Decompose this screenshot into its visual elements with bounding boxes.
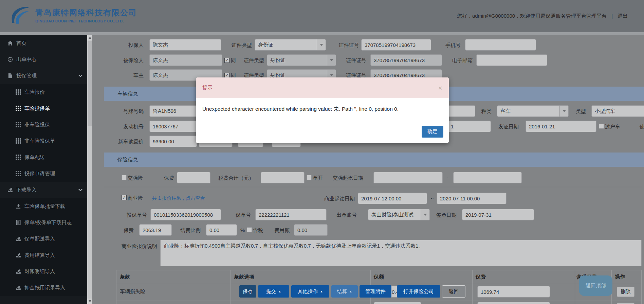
import-icon [16, 269, 21, 274]
kind-select[interactable]: 客车 [497, 105, 569, 117]
settle-button[interactable]: 结算▲ [331, 285, 358, 298]
save-button[interactable]: 保存 [239, 285, 256, 298]
sidebar-item-issue-center[interactable]: 出单中心 [0, 51, 87, 68]
transfer-checkbox[interactable] [599, 124, 604, 129]
insured-same-checkbox[interactable]: ✓ [224, 58, 229, 63]
quote-desc-textarea[interactable]: 商业险：标准折扣0.4900自主渠道系数0.7，自主核保优惠系数0.7，无赔款优… [160, 240, 642, 266]
sidebar-item-fee-settle-import[interactable]: 费用结算导入 [0, 247, 87, 263]
import-icon [16, 236, 21, 242]
holder-name-input[interactable]: 陈文杰 [149, 39, 221, 51]
sign-date-input[interactable]: 2019-07-31 [462, 209, 534, 220]
scroll-down-arrow[interactable] [87, 299, 92, 304]
open-insurer-button[interactable]: 打开保险公司 [397, 285, 440, 298]
import-icon [16, 252, 21, 258]
insured-idno-input[interactable]: 370785199704198673 [370, 54, 442, 66]
engine-input[interactable]: 160037767 [149, 121, 197, 132]
issue-date-input[interactable]: 2016-01-21 [526, 121, 596, 132]
type-select[interactable]: 小型汽车 [591, 105, 644, 117]
error-message: Unexpected character encountered while p… [202, 106, 399, 113]
tax-total-input[interactable] [261, 172, 305, 183]
sidebar-item-nonauto-insure[interactable]: 非车险投保 [0, 117, 87, 133]
submit-button[interactable]: 提交▲ [258, 285, 289, 298]
header-separator: | [611, 13, 613, 19]
logout-link[interactable]: 退出 [618, 13, 628, 19]
close-icon[interactable]: × [438, 84, 442, 91]
alert-modal: 提示 × Unexpected character encountered wh… [196, 77, 449, 143]
partial-input[interactable]: 1 [447, 121, 491, 132]
caret-up-icon: ▲ [349, 290, 352, 293]
commercial-checkbox[interactable]: ✓ [122, 195, 127, 200]
file-icon [7, 73, 13, 78]
sidebar-item-policy-management[interactable]: 投保管理 [0, 68, 87, 84]
confirm-button[interactable]: 确定 [422, 126, 443, 138]
insured-email-input[interactable] [476, 54, 547, 66]
app-no-input[interactable]: 001011503362019000508 [150, 209, 221, 220]
policy-no-input[interactable]: 22222221121 [255, 209, 327, 220]
manage-attachments-button[interactable]: 管理附件 [360, 285, 391, 298]
other-actions-button[interactable]: 其他操作▲ [291, 285, 329, 298]
sidebar-scrollbar[interactable] [87, 35, 92, 304]
settle-rate-input[interactable]: 0.00 [206, 224, 237, 236]
sidebar-item-download-import[interactable]: 下载导入 [0, 182, 87, 198]
insured-same-label: 同 [231, 57, 240, 64]
fee-amount-input[interactable]: 0.00 [294, 224, 328, 236]
percent-sign: % [240, 227, 246, 233]
tilde-separator: ~ [446, 175, 450, 181]
dropdown-arrow-icon [421, 209, 429, 220]
sidebar-item-auto-quote[interactable]: 车险报价 [0, 84, 87, 100]
clause-premium-input[interactable]: 1069.74 [477, 286, 550, 298]
commercial-period-label: 商业起讫日期 [320, 196, 355, 202]
scrollbar-thumb[interactable] [88, 41, 92, 126]
compulsory-period-end-input[interactable] [453, 172, 522, 183]
sidebar-item-nonauto-proposal[interactable]: 非车险投保单 [0, 133, 87, 149]
input-fragment [477, 302, 550, 304]
dropdown-arrow-icon [327, 55, 336, 66]
grid-icon [16, 106, 21, 111]
compulsory-period-label: 交强起讫日期 [333, 175, 365, 181]
tax-included-label: 含税 [253, 227, 265, 234]
issue-account-label: 出单账号 [334, 212, 357, 218]
dropdown-arrow-icon [559, 106, 568, 117]
sidebar-item-download-log[interactable]: 保单/投保单下载日志 [0, 214, 87, 231]
grid-icon [16, 155, 21, 160]
sidebar-item-policy-delivery[interactable]: 保单配送 [0, 149, 87, 165]
sidebar-item-deposit-import[interactable]: 押金抵用记录导入 [0, 280, 87, 296]
quote-result-link[interactable]: 共 1 报价结果，点击查看 [152, 195, 205, 201]
new-car-price-input[interactable]: 93900.00 [149, 136, 197, 147]
insured-idtype-select[interactable]: 身份证 [267, 54, 336, 66]
back-to-top-button[interactable]: 返回顶部 [579, 275, 612, 296]
scroll-up-arrow[interactable] [87, 35, 92, 40]
sidebar-item-batch-download[interactable]: 车险保单批量下载 [0, 198, 87, 214]
holder-idno-input[interactable]: 370785199704198673 [361, 39, 431, 51]
sidebar-item-application-management[interactable]: 投保申请管理 [0, 165, 87, 182]
premium-label: 保费 [122, 227, 134, 234]
delete-button[interactable]: 删除 [617, 287, 634, 297]
compulsory-premium-input[interactable] [177, 172, 210, 183]
tax-included-checkbox[interactable] [247, 227, 252, 232]
chevron-down-icon [78, 74, 82, 77]
compulsory-checkbox[interactable] [122, 175, 127, 180]
insured-name-input[interactable]: 陈文杰 [149, 54, 222, 66]
commercial-period-start-input[interactable]: 2019-07-12 00:00 [358, 193, 427, 204]
grid-icon [16, 171, 21, 176]
plate-input[interactable]: 鲁A1N596 [149, 105, 197, 117]
back-button[interactable]: 返回 [442, 285, 465, 298]
issue-account-select[interactable]: 泰山财险|泰山测试 [368, 209, 430, 220]
sidebar-item-home[interactable]: 首页 [0, 35, 87, 51]
compulsory-premium-label: 保费 [157, 175, 174, 181]
commercial-period-end-input[interactable]: 2020-07-11 00:00 [437, 193, 507, 204]
single-issue-label: 单开 [313, 175, 325, 181]
owner-same-checkbox[interactable]: ✓ [224, 73, 229, 78]
holder-phone-label: 手机号 [440, 42, 461, 49]
company-logo: 青岛康特网络科技有限公司 QINGDAO COUNTNET TECHNOLOGY… [9, 5, 137, 26]
sidebar-item-reconcile-import[interactable]: 对账明细导入 [0, 263, 87, 280]
sidebar-nav: 首页 出单中心 投保管理 车险报价 车险投保单 非车险投保 非车险投保单 保单配… [0, 35, 87, 304]
sidebar-item-auto-proposal[interactable]: 车险投保单 [0, 100, 87, 117]
premium-input[interactable]: 2063.19 [139, 224, 172, 236]
sidebar-item-delivery-import[interactable]: 保单配送导入 [0, 231, 87, 247]
compulsory-period-start-input[interactable] [373, 172, 443, 183]
holder-phone-input[interactable] [465, 39, 536, 51]
single-issue-checkbox[interactable] [307, 175, 312, 180]
insured-idno-label: 证件证号 [344, 57, 366, 64]
modal-header: 提示 × [196, 77, 449, 98]
